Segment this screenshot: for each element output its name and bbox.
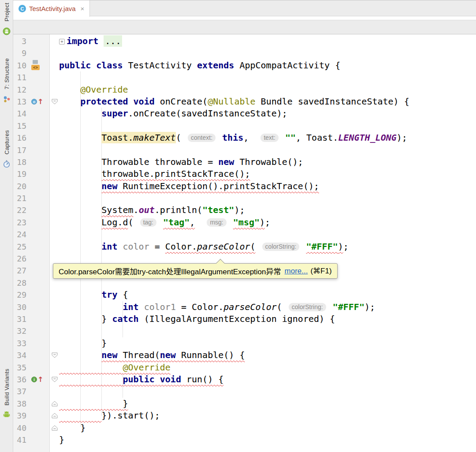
code-text[interactable]: new RuntimeException().printStackTrace()…: [59, 180, 476, 192]
tool-stripe-captures[interactable]: Captures: [0, 130, 13, 168]
gutter-icon-area: [29, 349, 50, 361]
line-number[interactable]: 26: [13, 253, 29, 265]
implementing-method-icon[interactable]: i↑: [31, 375, 43, 384]
fold-start-marker[interactable]: [52, 377, 58, 382]
code-text[interactable]: [59, 192, 476, 204]
line-number[interactable]: 23: [13, 217, 29, 228]
fold-start-marker[interactable]: [52, 352, 58, 358]
line-number[interactable]: 9: [13, 47, 29, 59]
line-number[interactable]: 10: [13, 60, 29, 71]
tool-stripe-build-variants[interactable]: Build Variants: [0, 369, 13, 418]
line-number[interactable]: 36: [13, 374, 29, 385]
line-number[interactable]: 22: [13, 204, 29, 216]
code-text[interactable]: }: [59, 422, 476, 434]
code-text[interactable]: [59, 325, 476, 337]
fold-column: [50, 349, 59, 361]
line-number[interactable]: 32: [13, 325, 29, 337]
code-editor[interactable]: 3+import ...910<>public class TestActivi…: [13, 34, 476, 452]
code-text[interactable]: @Override: [59, 362, 476, 374]
code-line: 33 }: [13, 337, 476, 349]
line-number[interactable]: 27: [13, 265, 29, 276]
gutter-icon-area: [29, 47, 50, 59]
fold-plus-icon[interactable]: +: [59, 39, 65, 45]
tooltip-more-link[interactable]: more...: [285, 267, 308, 276]
code-line: 14 super.onCreate(savedInstanceState);: [13, 108, 476, 120]
line-number[interactable]: 35: [13, 362, 29, 374]
code-text[interactable]: int color = Color.parseColor( colorStrin…: [59, 241, 476, 253]
code-text[interactable]: [59, 71, 476, 83]
code-line: 36i↑ public void run() {: [13, 374, 476, 385]
line-number[interactable]: 29: [13, 289, 29, 301]
line-number[interactable]: 40: [13, 422, 29, 434]
gutter-icon-area: [29, 180, 50, 192]
tool-stripe-project[interactable]: Project: [0, 3, 13, 35]
project-label: Project: [4, 3, 10, 22]
code-text[interactable]: @Override: [59, 84, 476, 96]
code-text[interactable]: }).start();: [59, 410, 476, 422]
line-number[interactable]: 34: [13, 349, 29, 361]
line-number[interactable]: 24: [13, 228, 29, 240]
code-text[interactable]: super.onCreate(savedInstanceState);: [59, 108, 476, 120]
line-number[interactable]: 30: [13, 301, 29, 313]
fold-column: [50, 301, 59, 313]
fold-column: [50, 313, 59, 325]
code-text[interactable]: int color1 = Color.parseColor( colorStri…: [59, 301, 476, 313]
gutter-icon-area: [29, 277, 50, 289]
fold-column: [50, 434, 59, 446]
code-text[interactable]: }: [59, 337, 476, 349]
code-text[interactable]: public void run() {: [59, 374, 476, 385]
code-text[interactable]: }: [59, 398, 476, 410]
code-text[interactable]: }: [59, 434, 476, 446]
code-text[interactable]: [59, 144, 476, 156]
fold-start-marker[interactable]: [52, 99, 58, 105]
line-number[interactable]: 38: [13, 398, 29, 410]
code-text[interactable]: public class TestActivity extends AppCom…: [59, 60, 476, 71]
code-text[interactable]: Log.d( tag: "tag", msg: "msg");: [59, 217, 476, 228]
code-text[interactable]: [59, 228, 476, 240]
line-number[interactable]: 28: [13, 277, 29, 289]
code-text[interactable]: +import ...: [59, 35, 476, 47]
line-number[interactable]: 18: [13, 156, 29, 168]
line-number[interactable]: 41: [13, 434, 29, 446]
line-number[interactable]: 13: [13, 96, 29, 108]
line-number[interactable]: 25: [13, 241, 29, 253]
go-to-related-file-icon[interactable]: <>: [31, 60, 40, 71]
fold-end-marker[interactable]: [52, 413, 58, 418]
line-number[interactable]: 16: [13, 132, 29, 144]
tab-testactivity[interactable]: C TestActivity.java ×: [13, 0, 90, 17]
line-number[interactable]: 37: [13, 385, 29, 397]
code-text[interactable]: try {: [59, 289, 476, 301]
fold-column: [50, 96, 59, 108]
code-text[interactable]: [59, 385, 476, 397]
line-number[interactable]: 39: [13, 410, 29, 422]
code-text[interactable]: new Thread(new Runnable() {: [59, 349, 476, 361]
code-text[interactable]: System.out.println("test");: [59, 204, 476, 216]
line-number[interactable]: 3: [13, 35, 29, 47]
close-icon[interactable]: ×: [81, 5, 85, 12]
line-number[interactable]: 31: [13, 313, 29, 325]
line-number[interactable]: 11: [13, 71, 29, 83]
gutter-icon-area: [29, 132, 50, 144]
line-number[interactable]: 15: [13, 120, 29, 132]
editor-pane: C TestActivity.java × 3+import ...910<>p…: [13, 0, 476, 452]
code-text[interactable]: [59, 120, 476, 132]
tool-stripe-structure[interactable]: 7: Structure: [0, 58, 13, 103]
code-text[interactable]: protected void onCreate(@Nullable Bundle…: [59, 96, 476, 108]
code-line: 34 new Thread(new Runnable() {: [13, 349, 476, 361]
code-text[interactable]: [59, 47, 476, 59]
code-text[interactable]: throwable.printStackTrace();: [59, 168, 476, 180]
code-text[interactable]: } catch (IllegalArgumentException ignore…: [59, 313, 476, 325]
fold-end-marker[interactable]: [52, 425, 58, 431]
line-number[interactable]: 20: [13, 180, 29, 192]
navigation-bar: [13, 16, 476, 20]
line-number[interactable]: 17: [13, 144, 29, 156]
line-number[interactable]: 19: [13, 168, 29, 180]
fold-end-marker[interactable]: [52, 401, 58, 407]
line-number[interactable]: 33: [13, 337, 29, 349]
line-number[interactable]: 14: [13, 108, 29, 120]
code-text[interactable]: Toast.makeText( context: this, text: "",…: [59, 132, 476, 144]
line-number[interactable]: 21: [13, 192, 29, 204]
line-number[interactable]: 12: [13, 84, 29, 96]
overriding-method-icon[interactable]: o↑: [31, 97, 43, 106]
code-text[interactable]: Throwable throwable = new Throwable();: [59, 156, 476, 168]
